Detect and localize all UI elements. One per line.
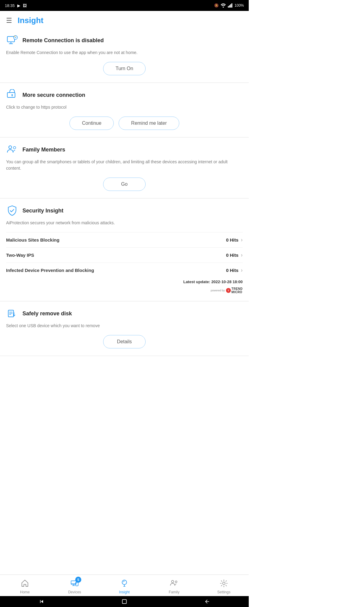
app-header: ☰ Insight — [0, 11, 249, 28]
secure-connection-title: More secure connection — [22, 92, 85, 98]
go-button[interactable]: Go — [103, 178, 146, 191]
devices-nav-icon: 5 — [69, 578, 80, 589]
latest-update-text: Latest update: 2022-10-28 18:00 — [6, 280, 243, 284]
nav-item-insight[interactable]: Insight — [112, 578, 136, 594]
nav-item-devices[interactable]: 5 Devices — [62, 578, 87, 594]
page-title: Insight — [18, 16, 43, 25]
youtube-icon: ▶ — [17, 3, 20, 8]
mute-icon: 🔕 — [214, 3, 219, 8]
safely-remove-disk-desc: Select one USB device which you want to … — [6, 323, 243, 329]
security-insight-section: Security Insight AiProtection secures yo… — [0, 198, 249, 301]
svg-point-13 — [13, 147, 16, 149]
svg-rect-29 — [122, 599, 126, 603]
nav-item-home[interactable]: Home — [13, 578, 37, 594]
chevron-right-icon-3: › — [241, 267, 243, 273]
home-button[interactable] — [121, 599, 127, 605]
two-way-ips-row[interactable]: Two-Way IPS 0 Hits › — [6, 247, 243, 263]
recents-button[interactable] — [204, 599, 210, 605]
svg-point-0 — [223, 6, 224, 8]
remote-connection-buttons: Turn On — [6, 62, 243, 75]
remind-later-button[interactable]: Remind me later — [119, 117, 179, 130]
two-way-ips-label: Two-Way IPS — [6, 253, 34, 258]
malicious-sites-label: Malicious Sites Blocking — [6, 237, 59, 242]
nav-item-settings[interactable]: Settings — [212, 578, 236, 594]
trend-micro-icon: powered by T TRENDMICRO — [211, 287, 243, 294]
secure-connection-header: More secure connection — [6, 89, 243, 101]
status-left: 18:35 ▶ 🖼 — [5, 3, 27, 8]
family-members-section: Family Members You can group all the sma… — [0, 137, 249, 198]
svg-point-27 — [175, 581, 177, 583]
safely-remove-disk-header: Safely remove disk — [6, 307, 243, 320]
remote-connection-header: Remote Connection is disabled — [6, 34, 243, 46]
secure-connection-icon — [6, 89, 18, 101]
battery-text: 100% — [234, 3, 244, 8]
insight-nav-icon — [119, 578, 130, 589]
continue-button[interactable]: Continue — [69, 117, 114, 130]
secure-connection-section: More secure connection Click to change t… — [0, 83, 249, 137]
family-members-buttons: Go — [6, 178, 243, 191]
safely-remove-disk-buttons: Details — [6, 335, 243, 348]
remote-connection-title: Remote Connection is disabled — [22, 37, 104, 44]
infected-device-value: 0 Hits › — [226, 267, 243, 273]
svg-rect-9 — [7, 93, 15, 97]
malicious-sites-value: 0 Hits › — [226, 237, 243, 243]
two-way-ips-value: 0 Hits › — [226, 252, 243, 258]
svg-rect-4 — [231, 3, 232, 8]
nav-label-settings: Settings — [217, 590, 230, 594]
svg-point-28 — [223, 582, 225, 585]
nav-label-insight: Insight — [119, 590, 130, 594]
trend-micro-badge: powered by T TRENDMICRO — [6, 287, 243, 294]
remote-connection-section: Remote Connection is disabled Enable Rem… — [0, 28, 249, 83]
safely-remove-disk-section: Safely remove disk Select one USB device… — [0, 301, 249, 356]
nav-label-devices: Devices — [68, 590, 81, 594]
turn-on-button[interactable]: Turn On — [103, 62, 146, 75]
safely-remove-disk-title: Safely remove disk — [22, 310, 72, 317]
wifi-icon — [221, 3, 226, 8]
security-insight-header: Security Insight — [6, 205, 243, 217]
svg-rect-2 — [229, 5, 230, 8]
nav-item-family[interactable]: Family — [162, 578, 186, 594]
remote-connection-desc: Enable Remote Connection to use the app … — [6, 49, 243, 56]
svg-point-12 — [9, 146, 12, 149]
family-members-header: Family Members — [6, 144, 243, 156]
svg-point-23 — [122, 580, 127, 585]
nav-bar: Home 5 Devices — [0, 575, 249, 596]
malicious-sites-row[interactable]: Malicious Sites Blocking 0 Hits › — [6, 232, 243, 247]
infected-device-label: Infected Device Prevention and Blocking — [6, 268, 94, 273]
nav-label-family: Family — [169, 590, 179, 594]
security-insight-icon — [6, 205, 18, 217]
trend-micro-logo: powered by T TRENDMICRO — [211, 287, 243, 294]
status-time: 18:35 — [5, 3, 15, 8]
system-navigation — [0, 596, 249, 607]
family-nav-icon — [169, 578, 180, 589]
family-members-title: Family Members — [22, 147, 65, 153]
signal-icon — [228, 3, 233, 8]
security-insight-desc: AiProtection secures your network from m… — [6, 220, 243, 226]
family-members-desc: You can group all the smartphones or tab… — [6, 159, 243, 171]
photo-icon: 🖼 — [23, 3, 27, 8]
status-bar: 18:35 ▶ 🖼 🔕 100% — [0, 0, 249, 11]
devices-badge: 5 — [75, 577, 81, 583]
family-members-icon — [6, 144, 18, 156]
back-button[interactable] — [39, 599, 45, 605]
secure-connection-desc: Click to change to https protocol — [6, 104, 243, 110]
safely-remove-disk-icon — [6, 307, 18, 320]
hamburger-menu-icon[interactable]: ☰ — [6, 17, 12, 25]
bottom-navigation: Home 5 Devices — [0, 575, 249, 607]
details-button[interactable]: Details — [103, 335, 146, 348]
secure-connection-buttons: Continue Remind me later — [6, 117, 243, 130]
chevron-right-icon: › — [241, 237, 243, 243]
infected-device-row[interactable]: Infected Device Prevention and Blocking … — [6, 263, 243, 278]
security-insight-title: Security Insight — [22, 208, 63, 214]
svg-point-26 — [171, 580, 174, 583]
remote-connection-icon — [6, 34, 18, 46]
settings-nav-icon — [218, 578, 229, 589]
svg-point-10 — [12, 94, 13, 96]
svg-rect-3 — [230, 4, 231, 8]
svg-rect-1 — [228, 6, 229, 8]
status-right: 🔕 100% — [214, 3, 244, 8]
nav-label-home: Home — [20, 590, 30, 594]
chevron-right-icon-2: › — [241, 252, 243, 258]
home-nav-icon — [19, 578, 30, 589]
